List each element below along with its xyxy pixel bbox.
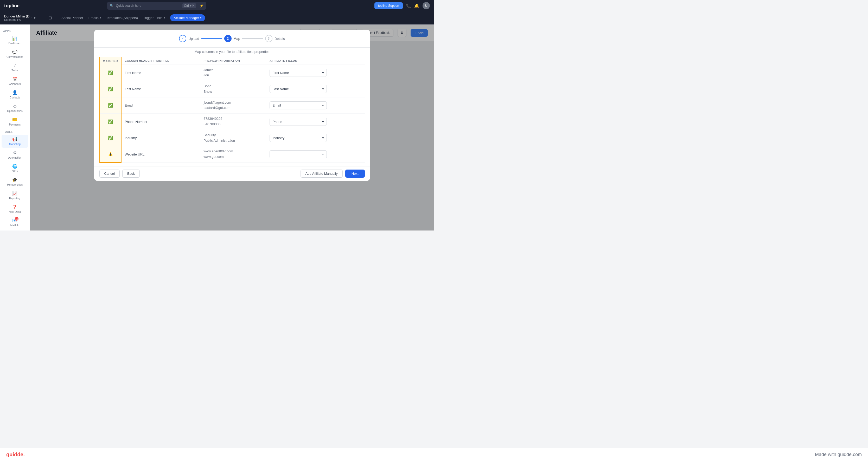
step-map-label: Map	[234, 37, 240, 40]
calendars-icon: 📅	[12, 77, 18, 82]
workspace-selector[interactable]: Dunder Mifflin (D... Scranton, PA ▾	[4, 14, 40, 21]
sidebar-item-conversations[interactable]: 💬 Conversations	[2, 48, 28, 60]
column-cell-5: Website URL	[121, 146, 200, 163]
preview-lines-2: jbond@agent.com bastard@got.com	[204, 100, 263, 111]
phone-icon[interactable]: 📞	[406, 3, 411, 8]
table-row: ✅ First Name James Jon	[100, 65, 365, 81]
mailfold-icon-wrap: 📧 10	[12, 218, 18, 223]
preview-header: PREVIEW INFORMATION	[200, 57, 267, 65]
matched-cell-4: ✅	[100, 130, 122, 146]
affiliate-field-cell-0: First Name ▾	[267, 65, 365, 81]
affiliate-select-2[interactable]: Email ▾	[270, 101, 327, 109]
sidebar-item-reporting[interactable]: 📈 Reporting	[2, 189, 28, 202]
modal-footer: Cancel Back Add Affiliate Manually Next	[94, 166, 370, 181]
search-placeholder: Quick search here	[116, 4, 141, 7]
sidebar-item-opportunities[interactable]: ◇ Opportunities	[2, 102, 28, 115]
preview-cell-1: Bond Snow	[200, 81, 267, 97]
support-button[interactable]: topline Support	[374, 2, 403, 9]
select-chevron: ▾	[322, 136, 324, 140]
preview-cell-4: Security Public Administration	[200, 130, 267, 146]
main-content: Affiliate Start Date → End Date 📅 Submit…	[30, 25, 434, 231]
sidebar-item-marketing[interactable]: 📢 Marketing	[2, 135, 28, 148]
affiliate-select-0[interactable]: First Name ▾	[270, 69, 327, 77]
select-chevron: ▾	[322, 120, 324, 124]
column-header-header: COLUMN HEADER FROM FILE	[121, 57, 200, 65]
preview-lines-0: James Jon	[204, 67, 263, 78]
sidebar-item-contacts[interactable]: 👤 Contacts	[2, 88, 28, 101]
affiliate-select-1[interactable]: Last Name ▾	[270, 85, 327, 93]
sidebar-item-payments[interactable]: 💳 Payments	[2, 115, 28, 128]
sidebar-item-tasks[interactable]: ✓ Tasks	[2, 61, 28, 74]
workspace-location: Scranton, PA	[4, 18, 32, 21]
trigger-links-link[interactable]: Trigger Links ▾	[143, 15, 165, 21]
affiliate-fields-header: AFFILIATE FIELDS	[267, 57, 365, 65]
back-button[interactable]: Back	[122, 170, 140, 178]
affiliate-field-cell-2: Email ▾	[267, 97, 365, 114]
preview-cell-2: jbond@agent.com bastard@got.com	[200, 97, 267, 114]
sidebar-item-dashboard[interactable]: 📊 Dashboard	[2, 34, 28, 47]
sidebar-label-memberships: Memberships	[7, 183, 23, 186]
matched-cell-1: ✅	[100, 81, 122, 97]
column-cell-1: Last Name	[121, 81, 200, 97]
top-navigation: topline 🔍 Quick search here Ctrl + K ⚡ t…	[0, 0, 434, 11]
search-bar[interactable]: 🔍 Quick search here Ctrl + K ⚡	[107, 2, 206, 10]
bell-icon[interactable]: 🔔	[414, 3, 420, 8]
conversations-icon: 💬	[12, 50, 18, 54]
cancel-button[interactable]: Cancel	[99, 170, 120, 178]
modal-table-wrap: MATCHED COLUMN HEADER FROM FILE PREVIEW …	[94, 54, 370, 166]
search-shortcut: Ctrl + K	[182, 3, 196, 8]
preview-lines-1: Bond Snow	[204, 84, 263, 94]
add-manually-button[interactable]: Add Affiliate Manually	[301, 170, 343, 178]
mapping-table: MATCHED COLUMN HEADER FROM FILE PREVIEW …	[99, 57, 365, 163]
emails-link[interactable]: Emails ▾	[89, 15, 101, 21]
affiliate-select-3[interactable]: Phone ▾	[270, 118, 327, 126]
next-button[interactable]: Next	[345, 170, 365, 178]
matched-cell-3: ✅	[100, 114, 122, 130]
sidebar-label-marketing: Marketing	[9, 143, 21, 146]
modal-steps: ✓ Upload 2 Map 3 Details	[94, 30, 370, 48]
sidebar-item-mailfold[interactable]: 📧 10 Mailfold	[2, 216, 28, 229]
sidebar-label-calendars: Calendars	[9, 83, 21, 85]
sites-icon: 🌐	[12, 164, 18, 169]
tools-section-label: Tools	[0, 128, 30, 135]
sidebar-item-calendars[interactable]: 📅 Calendars	[2, 75, 28, 87]
sidebar-label-conversations: Conversations	[6, 56, 23, 58]
user-avatar[interactable]: U	[423, 2, 430, 9]
preview-cell-0: James Jon	[200, 65, 267, 81]
import-modal: ✓ Upload 2 Map 3 Details Map columns in …	[94, 30, 370, 181]
select-chevron: ▾	[322, 104, 324, 107]
affiliate-field-cell-1: Last Name ▾	[267, 81, 365, 97]
modal-overlay: ✓ Upload 2 Map 3 Details Map columns in …	[30, 25, 434, 231]
preview-lines-5: www.agent007.com www.got.com	[204, 149, 263, 160]
sidebar-label-dashboard: Dashboard	[8, 42, 21, 45]
memberships-icon: 🎓	[12, 177, 18, 182]
table-row: ⚠️ Website URL www.agent007.com www.got.…	[100, 146, 365, 163]
affiliate-field-cell-4: Industry ▾	[267, 130, 365, 146]
sidebar-label-contacts: Contacts	[10, 96, 20, 99]
lightning-icon: ⚡	[199, 4, 204, 7]
sidebar-item-helpdesk[interactable]: ❓ Help Desk	[2, 202, 28, 215]
check-icon-3: ✅	[108, 119, 113, 124]
step-map: 2 Map	[224, 35, 240, 42]
step-upload-label: Upload	[188, 37, 199, 40]
sidebar: Apps 📊 Dashboard 💬 Conversations ✓ Tasks…	[0, 25, 30, 231]
affiliate-manager-link[interactable]: Affiliate Manager ▾	[170, 14, 205, 21]
sidebar-collapse-button[interactable]: ⊟	[47, 15, 53, 21]
column-cell-4: Industry	[121, 130, 200, 146]
preview-lines-3: 6783940292 5467893365	[204, 116, 263, 127]
sidebar-label-reporting: Reporting	[9, 197, 20, 200]
modal-subtitle: Map columns in your file to affiliate fi…	[94, 48, 370, 54]
sidebar-item-automation[interactable]: ⚙ Automation	[2, 148, 28, 161]
affiliate-select-4[interactable]: Industry ▾	[270, 134, 327, 142]
sidebar-item-memberships[interactable]: 🎓 Memberships	[2, 175, 28, 188]
social-planner-link[interactable]: Social Planner	[61, 15, 83, 21]
check-icon-2: ✅	[108, 103, 113, 108]
affiliate-select-5[interactable]: ▾	[270, 150, 327, 159]
helpdesk-icon: ❓	[12, 204, 18, 209]
check-icon-1: ✅	[108, 87, 113, 91]
templates-link[interactable]: Templates (Snippets)	[106, 15, 138, 21]
check-icon-0: ✅	[108, 70, 113, 75]
sidebar-item-sites[interactable]: 🌐 Sites	[2, 162, 28, 175]
nav-right: topline Support 📞 🔔 U	[374, 2, 430, 9]
column-cell-0: First Name	[121, 65, 200, 81]
